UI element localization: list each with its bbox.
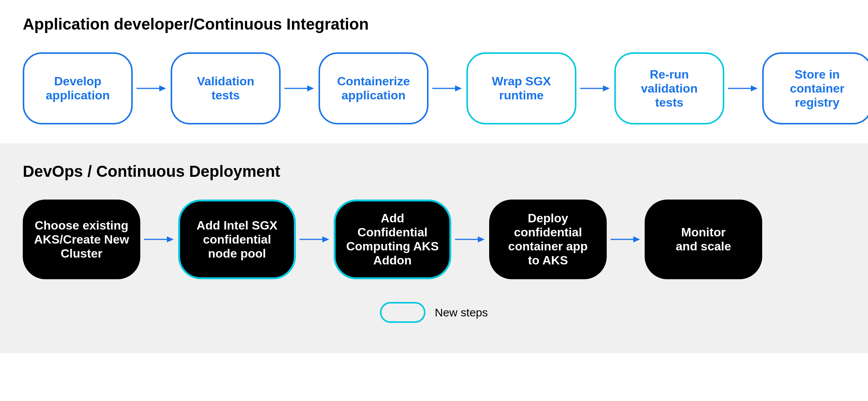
bottom-flow-row: Choose existingAKS/Create NewCluster Add… xyxy=(23,200,845,279)
node-store-registry: Store incontainerregistry xyxy=(762,52,868,124)
top-flow-row: Developapplication Validationtests Conta… xyxy=(23,52,845,124)
svg-marker-5 xyxy=(455,85,462,91)
node-add-cc-addon-label: AddConfidentialComputing AKSAddon xyxy=(346,211,439,267)
arrow-b1 xyxy=(144,232,174,247)
svg-marker-1 xyxy=(159,85,166,91)
arrow-2 xyxy=(284,81,315,96)
node-monitor-scale: Monitorand scale xyxy=(645,200,762,279)
node-store-registry-label: Store incontainerregistry xyxy=(790,68,844,110)
arrow-b3 xyxy=(455,232,485,247)
node-validation-tests-label: Validationtests xyxy=(197,74,254,102)
arrow-b2 xyxy=(300,232,330,247)
node-deploy-confidential-label: Deployconfidentialcontainer appto AKS xyxy=(508,211,588,267)
node-develop-app-label: Developapplication xyxy=(46,74,110,102)
svg-marker-9 xyxy=(751,85,758,91)
top-section: Application developer/Continuous Integra… xyxy=(0,0,868,143)
legend-text: New steps xyxy=(435,306,488,319)
node-wrap-sgx-label: Wrap SGXruntime xyxy=(492,74,551,102)
node-validation-tests: Validationtests xyxy=(171,52,281,124)
svg-marker-7 xyxy=(603,85,610,91)
svg-marker-15 xyxy=(478,236,485,242)
node-containerize-app-label: Containerizeapplication xyxy=(337,74,410,102)
node-add-intel-sgx: Add Intel SGXconfidentialnode pool xyxy=(178,200,296,279)
node-containerize-app: Containerizeapplication xyxy=(319,52,429,124)
node-add-intel-sgx-label: Add Intel SGXconfidentialnode pool xyxy=(196,219,277,261)
node-develop-app: Developapplication xyxy=(23,52,133,124)
arrow-4 xyxy=(580,81,611,96)
svg-marker-13 xyxy=(322,236,329,242)
arrow-5 xyxy=(728,81,758,96)
node-monitor-scale-label: Monitorand scale xyxy=(676,225,731,253)
arrow-b4 xyxy=(611,232,641,247)
legend-shape xyxy=(380,302,425,323)
node-rerun-validation-label: Re-runvalidationtests xyxy=(641,68,697,110)
node-choose-aks-label: Choose existingAKS/Create NewCluster xyxy=(34,219,129,261)
node-choose-aks: Choose existingAKS/Create NewCluster xyxy=(23,200,140,279)
arrow-3 xyxy=(432,81,463,96)
legend-row: New steps xyxy=(23,302,845,323)
svg-marker-11 xyxy=(167,236,174,242)
node-add-cc-addon: AddConfidentialComputing AKSAddon xyxy=(334,200,451,279)
node-rerun-validation: Re-runvalidationtests xyxy=(614,52,724,124)
node-wrap-sgx: Wrap SGXruntime xyxy=(466,52,576,124)
arrow-1 xyxy=(137,81,167,96)
top-section-title: Application developer/Continuous Integra… xyxy=(23,15,845,33)
svg-marker-3 xyxy=(307,85,314,91)
svg-marker-17 xyxy=(633,236,640,242)
bottom-section: DevOps / Continuous Deployment Choose ex… xyxy=(0,143,868,353)
bottom-section-title: DevOps / Continuous Deployment xyxy=(23,162,845,181)
node-deploy-confidential: Deployconfidentialcontainer appto AKS xyxy=(489,200,607,279)
